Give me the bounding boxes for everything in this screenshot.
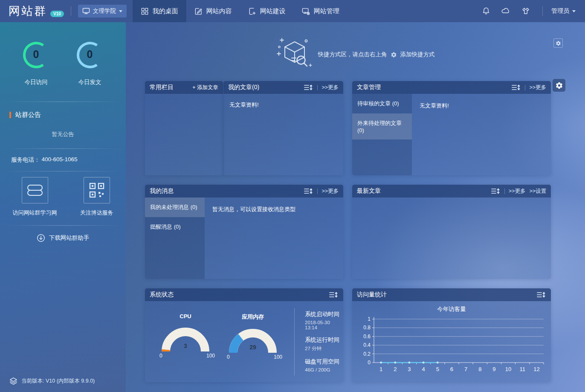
sidebar: 0 今日访问 0 今日发文 站群公告 暂无公告 服务电话： 400-605-10… — [0, 22, 126, 392]
today-stats: 0 今日访问 0 今日发文 — [0, 40, 126, 86]
nav-tab-content[interactable]: 网站内容 — [186, 0, 240, 22]
sort-list-icon[interactable] — [512, 84, 521, 90]
divider — [542, 6, 543, 16]
card-title: 最新文章 — [357, 187, 381, 195]
divider — [0, 148, 126, 149]
sort-list-icon[interactable] — [304, 188, 313, 194]
card-title: 访问量统计 — [357, 291, 387, 299]
gear-icon — [556, 41, 561, 46]
service-phone-number: 400-605-1065 — [42, 156, 78, 164]
cpu-gauge: CPU 3 0 100 — [153, 313, 217, 382]
info-disk-space: 磁盘可用空间 46G / 200G — [305, 358, 343, 372]
service-phone: 服务电话： 400-605-1065 — [11, 156, 115, 164]
settings-link[interactable]: >>设置 — [529, 188, 546, 195]
cloud-icon[interactable] — [496, 7, 516, 15]
svg-text:4: 4 — [422, 366, 425, 372]
svg-text:9: 9 — [492, 366, 495, 372]
topbar: 网站群 V10 文理学院 我的桌面 网站内容 网站建设 — [0, 0, 585, 22]
qrcode-icon[interactable] — [84, 177, 110, 203]
monitor-gear-icon — [302, 7, 310, 15]
divider — [71, 6, 71, 16]
gauge-min: 0 — [227, 354, 230, 360]
divider — [504, 189, 505, 194]
nav-tab-manage[interactable]: 网站管理 — [294, 0, 348, 22]
nav-tab-build[interactable]: 网站建设 — [240, 0, 294, 22]
app-logo: 网站群 — [9, 3, 47, 19]
add-article-button[interactable]: + 添加文章 — [192, 84, 218, 91]
shirt-icon[interactable] — [516, 7, 536, 15]
doc-plus-icon — [248, 7, 256, 15]
svg-text:0.8: 0.8 — [363, 325, 371, 331]
tab-reminder-messages[interactable]: 提醒消息 (0) — [145, 217, 205, 237]
visits-line-chart: 00.20.40.60.81123456789101112 — [355, 314, 548, 379]
tab-external-pending[interactable]: 外来待处理的文章 (0) — [352, 113, 412, 139]
card-title: 我的消息 — [150, 187, 174, 195]
nav-tab-label: 我的桌面 — [153, 7, 178, 15]
gauge-max: 100 — [206, 353, 215, 359]
empty-message: 无文章资料! — [223, 94, 343, 175]
gauge-max: 100 — [274, 354, 282, 360]
sort-list-icon[interactable] — [491, 188, 501, 194]
tab-pending-review[interactable]: 待审核的文章 (0) — [352, 94, 412, 113]
stat-label: 今日发文 — [75, 78, 105, 86]
quick-link-service[interactable]: 关注博达服务 — [80, 177, 113, 217]
nav-tab-label: 网站内容 — [206, 7, 232, 15]
nav-tab-desktop[interactable]: 我的桌面 — [133, 0, 186, 22]
download-assistant-link[interactable]: 下载网站群助手 — [0, 234, 126, 242]
dashboard-grid-icon — [141, 7, 149, 15]
user-menu-label: 管理员 — [551, 7, 569, 15]
chart-title: 今年访客量 — [352, 305, 551, 313]
svg-text:0.2: 0.2 — [363, 351, 371, 357]
card-my-messages: 我的消息 >>更多 我的未处理消息 (0) 提醒消息 (0) 暂无消息，可以设置… — [145, 185, 343, 279]
svg-text:10: 10 — [505, 366, 511, 372]
svg-text:7: 7 — [464, 366, 467, 372]
announcement-header: 站群公告 — [9, 111, 126, 119]
chevron-down-icon — [572, 10, 576, 12]
gear-icon — [391, 52, 397, 58]
books-icon[interactable] — [22, 177, 48, 203]
user-menu[interactable]: 管理员 — [551, 7, 576, 15]
shortcut-bar: 快捷方式区，请点击右上角 添加快捷方式 — [126, 37, 585, 73]
gauge-label: 应用内存 — [221, 313, 285, 321]
divider — [525, 85, 525, 90]
more-link[interactable]: >>更多 — [321, 84, 339, 91]
shortcut-hint: 快捷方式区，请点击右上角 添加快捷方式 — [318, 51, 435, 58]
svg-text:1: 1 — [379, 366, 382, 372]
info-boot-time: 系统启动时间 2018-05-30 13:14 — [305, 311, 343, 330]
empty-message: 暂无消息，可以设置接收消息类型 — [205, 197, 343, 279]
shortcut-settings-button[interactable] — [553, 38, 563, 48]
info-uptime: 系统运行时间 27 分钟 — [305, 336, 343, 352]
quick-link-label: 关注博达服务 — [80, 209, 113, 217]
svg-text:0.4: 0.4 — [363, 342, 371, 348]
monitor-icon — [82, 8, 90, 15]
sort-list-icon[interactable] — [537, 292, 546, 298]
download-label: 下载网站群助手 — [49, 234, 90, 242]
stat-value: 0 — [75, 48, 105, 61]
bell-icon[interactable] — [476, 7, 496, 15]
card-title: 我的文章(0) — [228, 84, 259, 91]
quick-links: 访问网站群学习网 关注博达服务 — [0, 177, 126, 217]
sort-list-icon[interactable] — [304, 84, 313, 90]
divider — [0, 171, 126, 171]
quick-link-learning[interactable]: 访问网站群学习网 — [13, 177, 57, 217]
more-link[interactable]: >>更多 — [321, 188, 339, 195]
stat-value: 0 — [21, 48, 51, 61]
sort-list-icon[interactable] — [329, 292, 339, 298]
svg-text:8: 8 — [478, 366, 481, 372]
card-latest-articles: 最新文章 >>更多 >>设置 — [352, 185, 551, 279]
card-my-articles: 我的文章(0) >>更多 无文章资料! — [223, 81, 343, 175]
system-info: 系统启动时间 2018-05-30 13:14 系统运行时间 27 分钟 磁盘可… — [294, 308, 343, 375]
service-phone-label: 服务电话： — [11, 156, 40, 164]
divider — [0, 102, 126, 102]
announcement-accent — [9, 112, 11, 118]
topbar-right: 管理员 — [476, 6, 585, 16]
svg-text:6: 6 — [450, 366, 453, 372]
stat-today-visits: 0 今日访问 — [21, 40, 51, 86]
gauge-value: 3 — [156, 343, 215, 349]
version-badge: V10 — [50, 11, 64, 17]
tab-unhandled-messages[interactable]: 我的未处理消息 (0) — [145, 197, 205, 217]
more-link[interactable]: >>更多 — [529, 84, 546, 91]
more-link[interactable]: >>更多 — [509, 188, 526, 195]
widget-settings-button[interactable] — [553, 79, 565, 92]
site-selector[interactable]: 文理学院 — [78, 5, 127, 17]
